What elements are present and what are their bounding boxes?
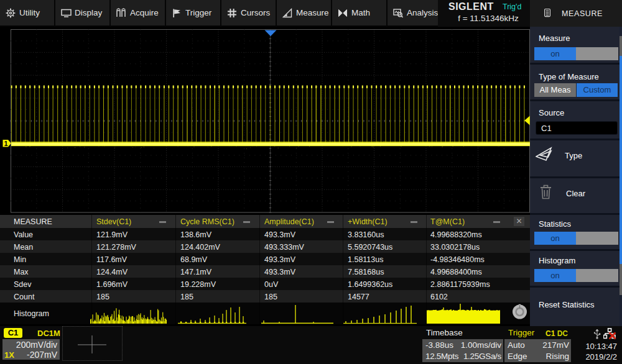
svg-text:1: 1 [4,140,7,147]
